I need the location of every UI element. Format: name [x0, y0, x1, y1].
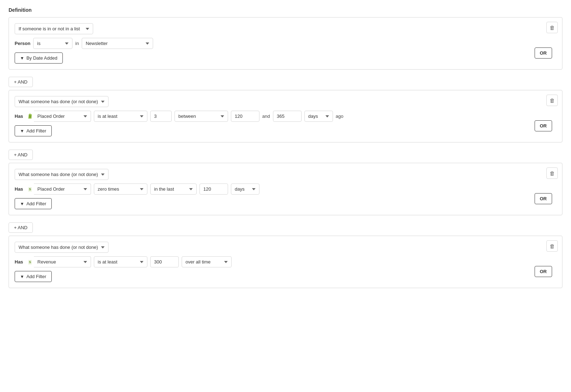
delete-button-3[interactable]: 🗑: [546, 167, 558, 179]
person-label: Person: [15, 41, 30, 46]
filter-icon-3: ▼: [20, 201, 24, 206]
ago-label-2: ago: [336, 114, 344, 119]
condition-block-4: What someone has done (or not done) Has …: [9, 236, 562, 288]
condition-block-1: If someone is in or not in a list Person…: [9, 17, 562, 70]
condition-type-select-1[interactable]: If someone is in or not in a list: [15, 23, 93, 34]
filter-icon-2: ▼: [20, 129, 24, 134]
time-operator-select-4[interactable]: over all time: [182, 256, 232, 267]
condition-block-3: What someone has done (or not done) Has …: [9, 163, 562, 215]
svg-text:S: S: [29, 187, 31, 191]
definition-heading: Definition: [9, 7, 562, 13]
event-select-2[interactable]: Placed Order: [34, 111, 91, 122]
shopify-icon-3: S: [26, 185, 34, 193]
time-operator-select-3[interactable]: in the last: [150, 184, 197, 195]
trash-icon-1: 🗑: [550, 25, 555, 31]
person-operator-select[interactable]: is: [33, 38, 72, 49]
time-val-input-3[interactable]: [199, 184, 228, 195]
svg-text:S: S: [29, 260, 31, 264]
filter-icon-4: ▼: [20, 274, 24, 279]
condition-type-select-2[interactable]: What someone has done (or not done): [15, 96, 108, 107]
time-unit-select-2[interactable]: days: [304, 111, 333, 122]
in-label: in: [75, 41, 79, 46]
time-unit-select-3[interactable]: days: [231, 184, 259, 195]
or-button-3[interactable]: OR: [535, 193, 552, 204]
and-connector-2[interactable]: + AND: [9, 150, 33, 160]
event-select-3[interactable]: Placed Order: [34, 184, 91, 195]
event-select-4[interactable]: Revenue: [34, 256, 91, 267]
delete-button-1[interactable]: 🗑: [546, 22, 558, 33]
count-input-2[interactable]: [150, 111, 172, 122]
add-filter-button-2[interactable]: ▼ Add Filter: [15, 125, 52, 136]
time-operator-select-2[interactable]: between: [175, 111, 228, 122]
add-filter-button-3[interactable]: ▼ Add Filter: [15, 198, 52, 209]
operator-select-3[interactable]: zero times: [94, 184, 147, 195]
condition-type-select-3[interactable]: What someone has done (or not done): [15, 169, 108, 180]
or-button-2[interactable]: OR: [535, 120, 552, 131]
time-val2-input-2[interactable]: [273, 111, 302, 122]
delete-button-4[interactable]: 🗑: [546, 240, 558, 252]
trash-icon-3: 🗑: [550, 170, 555, 176]
and-connector-3[interactable]: + AND: [9, 222, 33, 233]
and-connector-1[interactable]: + AND: [9, 77, 33, 87]
operator-select-2[interactable]: is at least: [94, 111, 147, 122]
add-filter-button-4[interactable]: ▼ Add Filter: [15, 271, 52, 282]
trash-icon-4: 🗑: [550, 243, 555, 249]
svg-text:S: S: [29, 115, 31, 118]
condition-block-2: What someone has done (or not done) Has …: [9, 90, 562, 142]
list-select[interactable]: Newsletter: [82, 38, 153, 49]
by-date-added-button[interactable]: ▼ By Date Added: [15, 52, 63, 64]
operator-select-4[interactable]: is at least: [94, 256, 147, 267]
delete-button-2[interactable]: 🗑: [546, 95, 558, 106]
or-button-4[interactable]: OR: [535, 266, 552, 277]
and-label-2: and: [262, 114, 270, 119]
has-label-2: Has: [15, 114, 23, 119]
or-button-1[interactable]: OR: [535, 47, 552, 59]
value-input-4[interactable]: [150, 256, 179, 267]
shopify-icon-2: S: [26, 112, 34, 120]
has-label-4: Has: [15, 259, 23, 265]
shopify-icon-4: S: [26, 258, 34, 266]
time-val1-input-2[interactable]: [231, 111, 259, 122]
trash-icon-2: 🗑: [550, 97, 555, 104]
condition-type-select-4[interactable]: What someone has done (or not done): [15, 242, 108, 253]
filter-icon: ▼: [20, 56, 24, 61]
has-label-3: Has: [15, 186, 23, 192]
